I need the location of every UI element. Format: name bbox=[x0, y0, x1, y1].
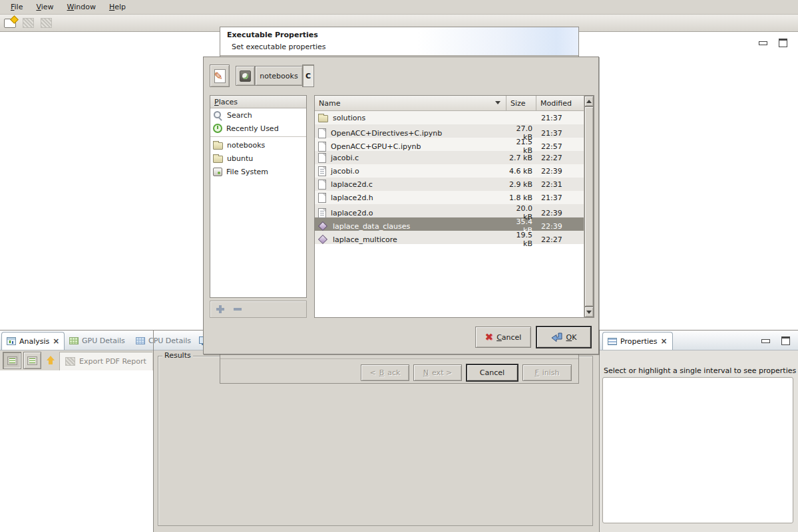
remove-place-icon[interactable] bbox=[234, 308, 242, 311]
new-session-icon[interactable] bbox=[4, 19, 16, 28]
file-icon bbox=[318, 153, 326, 163]
table-row[interactable]: laplace2d.o20.0 kB22:39 bbox=[315, 204, 584, 217]
table-row[interactable]: jacobi.c2.7 kB22:27 bbox=[315, 151, 584, 164]
path-root-button[interactable] bbox=[236, 66, 255, 86]
tab-analysis[interactable]: Analysis× bbox=[1, 332, 65, 350]
recently-used-icon bbox=[213, 124, 222, 133]
file-icon bbox=[318, 193, 326, 203]
executable-icon bbox=[318, 235, 328, 245]
table-row[interactable]: laplace2d.h1.8 kB21:37 bbox=[315, 191, 584, 204]
menu-item-window[interactable]: Window bbox=[62, 1, 101, 13]
menu-item-view[interactable]: View bbox=[31, 1, 59, 13]
chooser-cancel-button[interactable]: ✖ Cancel bbox=[475, 327, 531, 348]
chooser-ok-button[interactable]: OK bbox=[536, 327, 591, 348]
unguided-analysis-button[interactable] bbox=[23, 352, 41, 369]
folder-icon bbox=[213, 142, 223, 150]
pencil-icon bbox=[214, 69, 226, 83]
file-name-cell: laplace2d.o bbox=[315, 208, 506, 218]
table-row[interactable]: solutions21:37 bbox=[315, 111, 584, 124]
properties-tab-label: Properties bbox=[620, 337, 658, 346]
file-modified: 21:37 bbox=[536, 114, 584, 122]
path-button-current[interactable]: C bbox=[302, 65, 314, 87]
menu-bar: FileViewWindowHelp bbox=[0, 0, 798, 15]
table-row[interactable]: OpenACC+GPU+C.ipynb21.5 kB22:57 bbox=[315, 138, 584, 151]
wizard-header-banner: Executable Properties Set executable pro… bbox=[220, 27, 578, 56]
tab-cpu-details[interactable]: CPU Details bbox=[131, 332, 196, 350]
scroll-down-button[interactable] bbox=[584, 307, 594, 317]
add-place-icon[interactable] bbox=[216, 305, 224, 313]
table-row[interactable]: OpenACC+Directives+C.ipynb27.0 kB21:37 bbox=[315, 124, 584, 138]
file-name-cell: laplace2d.c bbox=[315, 180, 506, 190]
file-size: 4.6 kB bbox=[506, 167, 536, 176]
file-size: 2.7 kB bbox=[506, 154, 536, 162]
guided-analysis-button[interactable] bbox=[3, 352, 21, 369]
table-row[interactable]: laplace_multicore19.5 kB22:27 bbox=[315, 231, 584, 244]
properties-hint-text: Select or highlight a single interval to… bbox=[604, 366, 796, 375]
analysis-empty-content bbox=[0, 370, 153, 532]
column-header-name[interactable]: Name bbox=[315, 96, 506, 111]
file-name-cell: laplace_multicore bbox=[315, 235, 506, 245]
file-size: 1.8 kB bbox=[506, 194, 536, 202]
place-label: Recently Used bbox=[226, 124, 279, 133]
file-name-cell: jacobi.c bbox=[315, 153, 506, 163]
promote-up-button[interactable] bbox=[43, 352, 59, 369]
tab-properties[interactable]: Properties × bbox=[602, 332, 673, 350]
export-pdf-button[interactable]: Export PDF Report bbox=[59, 352, 152, 370]
export-pdf-icon bbox=[65, 357, 75, 366]
wizard-title: Executable Properties bbox=[227, 31, 318, 39]
wizard-cancel-button[interactable]: Cancel bbox=[467, 364, 518, 381]
place-item-file-system[interactable]: File System bbox=[210, 165, 306, 178]
arrow-up-icon bbox=[586, 100, 592, 103]
table-row[interactable]: laplace_data_clauses35.4 kB22:39 bbox=[315, 217, 584, 231]
maximize-view-icon[interactable] bbox=[779, 39, 787, 47]
scrollbar-thumb[interactable] bbox=[584, 106, 594, 307]
minimize-view-icon[interactable] bbox=[761, 339, 770, 343]
back-button[interactable]: < Back bbox=[361, 364, 409, 381]
menu-item-file[interactable]: File bbox=[5, 1, 28, 13]
file-name-cell: OpenACC+GPU+C.ipynb bbox=[315, 142, 506, 152]
place-label: Search bbox=[227, 111, 252, 120]
menu-item-help[interactable]: Help bbox=[104, 1, 131, 13]
drive-icon bbox=[213, 168, 222, 176]
analysis-panel: Analysis×GPU DetailsCPU DetailsC Export … bbox=[0, 331, 154, 532]
file-name-cell: OpenACC+Directives+C.ipynb bbox=[315, 128, 506, 138]
place-item-notebooks[interactable]: notebooks bbox=[210, 138, 306, 152]
file-name: solutions bbox=[333, 114, 365, 122]
vertical-scrollbar[interactable] bbox=[584, 96, 594, 317]
executable-diamond bbox=[318, 221, 327, 231]
maximize-view-icon[interactable] bbox=[781, 336, 790, 345]
scroll-up-button[interactable] bbox=[584, 96, 594, 106]
table-row[interactable]: laplace2d.c2.9 kB22:31 bbox=[315, 178, 584, 191]
next-button[interactable]: Next > bbox=[413, 364, 462, 381]
place-label: notebooks bbox=[227, 141, 265, 150]
close-icon[interactable]: × bbox=[53, 338, 59, 344]
places-edit-bar bbox=[210, 301, 307, 318]
column-header-modified[interactable]: Modified bbox=[536, 96, 584, 111]
analysis-toolbar: Export PDF Report bbox=[0, 350, 153, 370]
close-icon[interactable]: × bbox=[661, 338, 668, 344]
table-row[interactable]: jacobi.o4.6 kB22:39 bbox=[315, 164, 584, 178]
finish-button[interactable]: Finish bbox=[522, 364, 572, 381]
path-button-notebooks[interactable]: notebooks bbox=[255, 66, 303, 86]
promote-up-icon bbox=[46, 356, 55, 365]
tab-gpu-details[interactable]: GPU Details bbox=[65, 332, 130, 350]
file-modified: 22:39 bbox=[536, 209, 584, 217]
file-modified: 22:39 bbox=[536, 167, 584, 176]
place-item-ubuntu[interactable]: ubuntu bbox=[210, 152, 306, 165]
properties-panel: Properties × Select or highlight a singl… bbox=[599, 331, 798, 532]
file-name: laplace2d.o bbox=[331, 209, 373, 217]
file-icon bbox=[318, 142, 326, 152]
file-name: laplace_multicore bbox=[333, 235, 397, 244]
tab-label: CPU Details bbox=[148, 336, 191, 345]
save-icon bbox=[23, 18, 34, 28]
cancel-label: Cancel bbox=[497, 333, 521, 342]
place-item-search[interactable]: Search bbox=[210, 108, 306, 122]
column-header-size[interactable]: Size bbox=[506, 96, 536, 111]
place-item-recently-used[interactable]: Recently Used bbox=[210, 122, 306, 135]
results-group-label: Results bbox=[162, 351, 193, 360]
save-all-icon bbox=[41, 18, 52, 28]
guided-analysis-icon bbox=[7, 356, 17, 365]
minimize-view-icon[interactable] bbox=[759, 41, 767, 45]
type-filename-button[interactable] bbox=[210, 65, 230, 87]
application-window: FileViewWindowHelp Results Analysis×GPU … bbox=[0, 0, 798, 532]
